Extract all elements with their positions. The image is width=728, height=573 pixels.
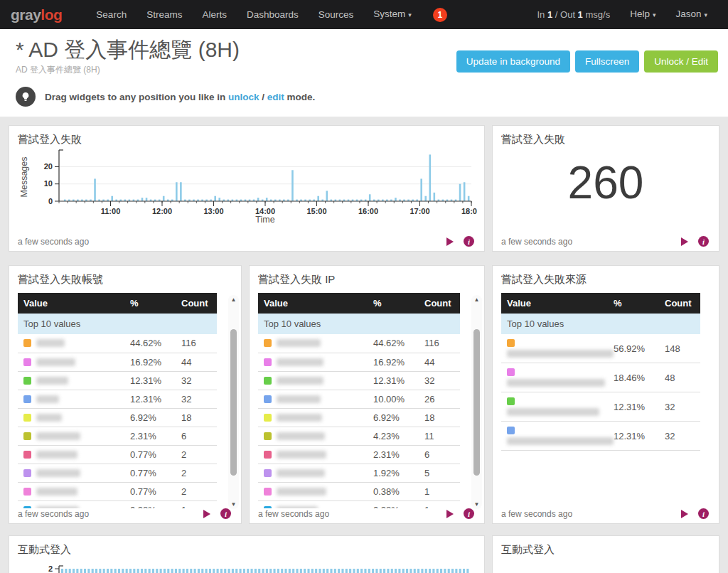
info-icon[interactable]: i <box>698 508 709 519</box>
color-swatch-icon <box>264 488 272 496</box>
quick-values-table: Value%CountTop 10 values56.92%14818.46%4… <box>501 293 700 451</box>
redacted-value <box>36 432 80 440</box>
widget-interactive-login: 互動式登入 <box>492 535 719 573</box>
color-swatch-icon <box>264 451 272 459</box>
count-cell: 48 <box>659 363 700 392</box>
column-header: % <box>608 293 659 314</box>
percent-cell: 12.31% <box>608 392 659 422</box>
table-scrollbar[interactable]: ▲ ▼ <box>471 295 482 509</box>
redacted-value <box>36 451 77 459</box>
table-row: 12.31%32 <box>258 371 460 390</box>
info-icon[interactable]: i <box>220 508 231 519</box>
redacted-value <box>36 488 77 496</box>
unlock-edit-button[interactable]: Unlock / Edit <box>644 50 718 73</box>
info-icon[interactable]: i <box>698 236 709 247</box>
replay-search-icon[interactable] <box>446 237 454 246</box>
count-cell: 6 <box>176 427 217 445</box>
replay-search-icon[interactable] <box>681 237 688 246</box>
count-cell: 2 <box>176 445 217 464</box>
table-row: 12.31%32 <box>18 390 217 408</box>
widget-title: 嘗試登入失敗 <box>18 133 476 146</box>
scroll-down-icon[interactable]: ▼ <box>228 501 239 508</box>
replay-search-icon[interactable] <box>681 510 688 518</box>
table-row: 12.31%32 <box>501 422 700 451</box>
color-swatch-icon <box>264 469 272 477</box>
column-header: Value <box>501 293 608 314</box>
percent-cell: 44.62% <box>124 334 176 353</box>
info-icon[interactable]: i <box>464 508 474 519</box>
lightbulb-icon <box>16 87 36 107</box>
color-swatch-icon <box>264 395 272 403</box>
color-swatch-icon <box>507 368 515 376</box>
percent-cell: 16.92% <box>368 353 419 371</box>
unlock-link[interactable]: unlock <box>228 92 259 102</box>
nav-item-alerts[interactable]: Alerts <box>192 0 237 29</box>
update-in-background-button[interactable]: Update in background <box>456 50 570 73</box>
nav-item-system-dropdown[interactable]: System▾ <box>363 0 422 30</box>
nav-item-search[interactable]: Search <box>86 0 136 29</box>
scroll-up-icon[interactable]: ▲ <box>228 296 239 303</box>
nav-item-dashboards[interactable]: Dashboards <box>237 0 309 29</box>
count-cell: 18 <box>419 408 460 427</box>
color-swatch-icon <box>264 339 272 347</box>
percent-cell: 0.77% <box>124 445 176 464</box>
table-row: 0.77%2 <box>18 482 217 500</box>
count-cell: 116 <box>176 334 217 353</box>
replay-search-icon[interactable] <box>446 510 454 518</box>
column-header: % <box>368 293 419 314</box>
color-swatch-icon <box>23 469 31 477</box>
table-row: 56.92%148 <box>501 334 700 363</box>
percent-cell: 2.31% <box>368 445 419 464</box>
redacted-value <box>36 414 62 422</box>
nav-item-user-dropdown[interactable]: Jason▾ <box>665 0 717 30</box>
replay-search-icon[interactable] <box>203 510 210 518</box>
color-swatch-icon <box>507 427 515 434</box>
count-cell: 116 <box>419 334 460 353</box>
graylog-logo[interactable]: graylog <box>11 6 62 23</box>
info-icon[interactable]: i <box>464 236 474 247</box>
hint-text: Drag widgets to any position you like in… <box>45 92 315 102</box>
table-row: 44.62%116 <box>18 334 217 353</box>
table-row: 0.77%2 <box>18 445 217 464</box>
widget-failed-login-accounts: 嘗試登入失敗帳號 Value%CountTop 10 values44.62%1… <box>9 265 242 524</box>
notification-badge[interactable]: 1 <box>433 8 447 22</box>
edit-link[interactable]: edit <box>267 92 284 102</box>
login-failure-histogram-chart: 0102011:0012:0013:0014:0015:0016:0017:00… <box>18 148 477 223</box>
widget-updated-text: a few seconds ago <box>18 509 89 519</box>
nav-item-sources[interactable]: Sources <box>309 0 364 29</box>
widget-title: 互動式登入 <box>501 543 710 557</box>
redacted-value <box>36 339 65 347</box>
quick-values-table: Value%CountTop 10 values44.62%11616.92%4… <box>258 293 460 508</box>
count-cell: 32 <box>419 371 460 390</box>
table-row: 0.38%1 <box>18 500 217 508</box>
top-values-subheader: Top 10 values <box>258 314 460 334</box>
color-swatch-icon <box>23 377 31 385</box>
color-swatch-icon <box>23 395 31 403</box>
dashboard-header: * AD 登入事件總覽 (8H) AD 登入事件總覽 (8H) Update i… <box>0 29 728 117</box>
percent-cell: 6.92% <box>368 408 419 427</box>
percent-cell: 56.92% <box>608 334 659 363</box>
svg-text:20: 20 <box>44 162 53 171</box>
percent-cell: 0.77% <box>124 482 176 500</box>
scroll-up-icon[interactable]: ▲ <box>471 296 482 303</box>
column-header: Count <box>176 293 217 314</box>
nav-item-streams[interactable]: Streams <box>136 0 192 29</box>
table-row: 16.92%44 <box>258 353 460 371</box>
table-row: 16.92%44 <box>18 353 217 371</box>
nav-item-help-dropdown[interactable]: Help▾ <box>620 0 665 30</box>
scrollbar-thumb[interactable] <box>473 329 480 476</box>
fullscreen-button[interactable]: Fullscreen <box>575 50 639 73</box>
svg-text:13:00: 13:00 <box>203 207 223 215</box>
redacted-value <box>36 469 80 477</box>
table-row: 44.62%116 <box>258 334 460 353</box>
count-cell: 32 <box>659 422 700 451</box>
table-scrollbar[interactable]: ▲ ▼ <box>228 295 239 509</box>
chevron-down-icon: ▾ <box>704 11 707 18</box>
widget-login-failure-histogram: 嘗試登入失敗 0102011:0012:0013:0014:0015:0016:… <box>9 125 485 252</box>
scroll-down-icon[interactable]: ▼ <box>471 501 482 508</box>
scrollbar-thumb[interactable] <box>230 329 237 476</box>
percent-cell: 0.38% <box>368 482 419 500</box>
top-values-subheader: Top 10 values <box>501 314 700 334</box>
svg-text:2: 2 <box>48 564 53 573</box>
count-cell: 1 <box>419 500 460 508</box>
